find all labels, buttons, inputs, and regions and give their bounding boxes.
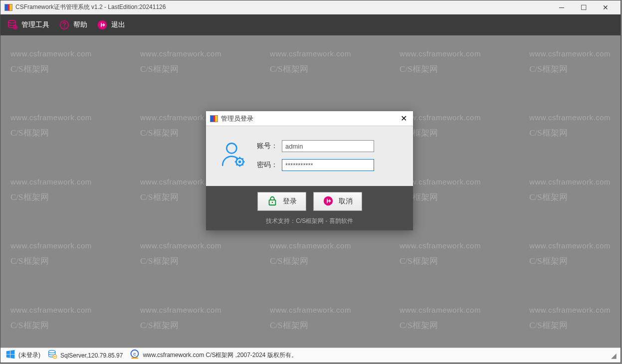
svg-point-11: [49, 351, 55, 353]
status-server: SqlServer,120.79.85.97: [47, 350, 123, 361]
watermark: www.csframework.comC/S框架网: [529, 113, 611, 138]
svg-text:C: C: [134, 352, 137, 357]
status-server-text: SqlServer,120.79.85.97: [60, 352, 123, 359]
login-dialog: 管理员登录 ✕ 账号： 密码： 登录: [206, 111, 413, 230]
status-copyright-text: www.csframework.com C/S框架网 ,2007-2024 版权…: [143, 351, 297, 360]
password-input[interactable]: [282, 159, 374, 171]
svg-point-5: [226, 143, 236, 153]
status-copyright: C www.csframework.com C/S框架网 ,2007-2024 …: [130, 350, 297, 361]
help-menu[interactable]: 帮助: [58, 19, 87, 31]
watermark: www.csframework.comC/S框架网: [529, 49, 611, 74]
watermark: www.csframework.comC/S框架网: [270, 241, 351, 266]
help-label: 帮助: [73, 20, 87, 29]
tools-label: 管理工具: [21, 20, 49, 29]
app-logo-icon: [210, 115, 218, 122]
svg-point-9: [271, 201, 273, 203]
watermark: www.csframework.comC/S框架网: [529, 306, 611, 331]
database-icon: [6, 19, 18, 31]
login-button-label: 登录: [283, 197, 297, 206]
watermark: www.csframework.comC/S框架网: [270, 49, 351, 74]
titlebar: CSFramework证书管理系统 v1.2 - LastEdition:202…: [0, 0, 621, 14]
main-window: CSFramework证书管理系统 v1.2 - LastEdition:202…: [0, 0, 621, 363]
watermark: www.csframework.comC/S框架网: [10, 49, 92, 74]
watermark: www.csframework.comC/S框架网: [270, 306, 351, 331]
exit-button[interactable]: 退出: [96, 19, 125, 31]
watermark: www.csframework.comC/S框架网: [529, 178, 611, 202]
svg-point-3: [64, 26, 65, 27]
watermark: www.csframework.comC/S框架网: [140, 306, 221, 331]
window-title: CSFramework证书管理系统 v1.2 - LastEdition:202…: [15, 3, 551, 11]
watermark: www.csframework.comC/S框架网: [10, 178, 92, 202]
login-button[interactable]: 登录: [257, 192, 306, 211]
exit-icon: [96, 19, 108, 31]
password-label: 密码：: [257, 161, 282, 170]
watermark: www.csframework.comC/S框架网: [10, 241, 92, 266]
statusbar: (未登录) SqlServer,120.79.85.97 C www.csfra…: [0, 348, 621, 363]
dialog-title: 管理员登录: [221, 114, 399, 123]
database-icon: [47, 350, 57, 361]
dialog-titlebar: 管理员登录 ✕: [206, 111, 413, 126]
dialog-body: 账号： 密码：: [206, 126, 413, 186]
resize-grip[interactable]: ◢: [611, 352, 616, 360]
svg-point-13: [54, 356, 56, 358]
app-logo-icon: [4, 4, 12, 11]
dialog-footer: 技术支持：C/S框架网 - 喜鹊软件: [206, 215, 413, 230]
windows-icon: [5, 350, 15, 361]
help-icon: [58, 19, 70, 31]
watermark: www.csframework.comC/S框架网: [140, 241, 221, 266]
svg-point-0: [8, 20, 16, 23]
watermark: www.csframework.comC/S框架网: [140, 49, 221, 74]
watermark: www.csframework.comC/S框架网: [400, 241, 481, 266]
exit-icon: [323, 195, 334, 208]
status-login-text: (未登录): [18, 351, 40, 360]
watermark: www.csframework.comC/S框架网: [10, 113, 92, 138]
tools-menu[interactable]: 管理工具: [6, 19, 49, 31]
svg-rect-16: [132, 358, 138, 359]
account-input[interactable]: [282, 140, 374, 152]
exit-label: 退出: [111, 20, 125, 29]
watermark: www.csframework.comC/S框架网: [400, 306, 481, 331]
user-settings-icon: [219, 140, 248, 171]
watermark: www.csframework.comC/S框架网: [400, 49, 481, 74]
toolbar: 管理工具 帮助 退出: [0, 14, 621, 35]
lock-icon: [267, 195, 278, 208]
minimize-button[interactable]: ─: [551, 0, 573, 14]
close-button[interactable]: ✕: [595, 0, 617, 14]
svg-point-7: [238, 161, 241, 163]
status-login: (未登录): [5, 350, 40, 361]
watermark: www.csframework.comC/S框架网: [529, 241, 611, 266]
window-controls: ─ ☐ ✕: [551, 0, 617, 14]
cancel-button[interactable]: 取消: [313, 192, 362, 211]
account-label: 账号：: [257, 142, 282, 151]
login-fields: 账号： 密码：: [257, 140, 403, 171]
cancel-button-label: 取消: [339, 197, 353, 206]
dialog-buttons: 登录 取消: [206, 186, 413, 215]
dialog-close-button[interactable]: ✕: [399, 114, 409, 123]
cs-logo-icon: C: [130, 350, 140, 361]
watermark: www.csframework.comC/S框架网: [10, 306, 92, 331]
maximize-button[interactable]: ☐: [573, 0, 595, 14]
